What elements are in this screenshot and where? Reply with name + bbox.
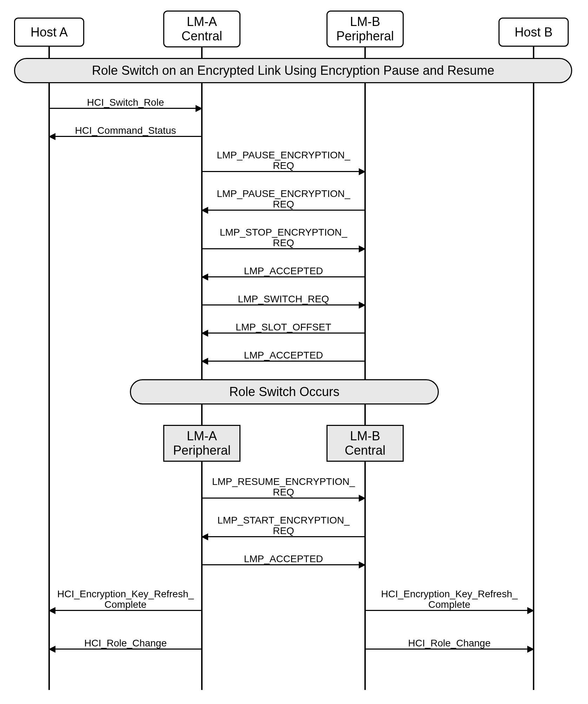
- message-label: HCI_Switch_Role: [49, 97, 202, 107]
- arrow-line: [49, 136, 202, 137]
- message-label: LMP_PAUSE_ENCRYPTION_ REQ: [202, 150, 365, 171]
- arrow-head-icon: [48, 646, 55, 653]
- message-m15: HCI_Role_Change: [49, 638, 202, 650]
- arrow-line: [202, 333, 365, 334]
- message-label: LMP_ACCEPTED: [202, 554, 365, 564]
- arrow-head-icon: [359, 495, 366, 502]
- arrow-head-icon: [359, 561, 366, 568]
- phase-title: Role Switch on an Encrypted Link Using E…: [14, 58, 572, 83]
- message-m13: HCI_Encryption_Key_Refresh_ Complete: [49, 589, 202, 611]
- arrow-head-icon: [201, 358, 208, 365]
- arrow-line: [202, 498, 365, 499]
- arrow-line: [202, 248, 365, 249]
- message-m10: LMP_RESUME_ENCRYPTION_ REQ: [202, 477, 365, 499]
- message-label: LMP_START_ENCRYPTION_ REQ: [202, 515, 365, 536]
- arrow-line: [202, 564, 365, 565]
- actor-host-b: Host B: [498, 18, 569, 47]
- arrow-head-icon: [359, 168, 366, 175]
- message-label: HCI_Role_Change: [365, 638, 534, 648]
- message-m6: LMP_ACCEPTED: [202, 265, 365, 277]
- message-m12: LMP_ACCEPTED: [202, 553, 365, 565]
- message-label: HCI_Encryption_Key_Refresh_ Complete: [365, 589, 534, 610]
- sequence-diagram: Host A LM-A Central LM-B Peripheral Host…: [7, 7, 581, 697]
- message-label: LMP_SWITCH_REQ: [202, 294, 365, 304]
- message-label: LMP_RESUME_ENCRYPTION_ REQ: [202, 476, 365, 497]
- message-m14: HCI_Encryption_Key_Refresh_ Complete: [365, 589, 534, 611]
- message-m11: LMP_START_ENCRYPTION_ REQ: [202, 515, 365, 537]
- message-label: HCI_Command_Status: [49, 125, 202, 136]
- arrow-line: [49, 649, 202, 650]
- message-m8: LMP_SLOT_OFFSET: [202, 322, 365, 334]
- message-m1: HCI_Switch_Role: [49, 97, 202, 109]
- message-m3: LMP_PAUSE_ENCRYPTION_ REQ: [202, 150, 365, 172]
- arrow-line: [202, 171, 365, 172]
- arrow-head-icon: [201, 274, 208, 281]
- arrow-head-icon: [48, 133, 55, 140]
- arrow-head-icon: [48, 607, 55, 614]
- message-label: HCI_Encryption_Key_Refresh_ Complete: [49, 589, 202, 610]
- message-m5: LMP_STOP_ENCRYPTION_ REQ: [202, 228, 365, 249]
- arrow-line: [202, 536, 365, 537]
- arrow-head-icon: [527, 646, 534, 653]
- arrow-line: [202, 276, 365, 277]
- arrow-line: [202, 361, 365, 362]
- message-m7: LMP_SWITCH_REQ: [202, 294, 365, 305]
- role-lm-b-central: LM-B Central: [326, 425, 404, 462]
- message-label: LMP_SLOT_OFFSET: [202, 322, 365, 332]
- actor-lm-a: LM-A Central: [163, 11, 240, 47]
- message-label: LMP_STOP_ENCRYPTION_ REQ: [202, 227, 365, 248]
- arrow-head-icon: [359, 302, 366, 309]
- message-m4: LMP_PAUSE_ENCRYPTION_ REQ: [202, 189, 365, 211]
- arrow-head-icon: [527, 607, 534, 614]
- arrow-head-icon: [201, 533, 208, 540]
- arrow-line: [202, 210, 365, 211]
- arrow-line: [49, 108, 202, 109]
- arrow-line: [365, 610, 534, 611]
- arrow-head-icon: [359, 245, 366, 252]
- arrow-line: [365, 649, 534, 650]
- message-label: HCI_Role_Change: [49, 638, 202, 648]
- arrow-head-icon: [196, 105, 203, 112]
- message-m2: HCI_Command_Status: [49, 125, 202, 137]
- arrow-head-icon: [201, 207, 208, 214]
- arrow-head-icon: [201, 330, 208, 337]
- message-label: LMP_ACCEPTED: [202, 350, 365, 360]
- role-lm-a-peripheral: LM-A Peripheral: [163, 425, 240, 462]
- message-label: LMP_PAUSE_ENCRYPTION_ REQ: [202, 189, 365, 209]
- message-m9: LMP_ACCEPTED: [202, 350, 365, 362]
- arrow-line: [49, 610, 202, 611]
- message-label: LMP_ACCEPTED: [202, 266, 365, 276]
- message-m16: HCI_Role_Change: [365, 638, 534, 650]
- arrow-line: [202, 304, 365, 305]
- phase-role-switch: Role Switch Occurs: [130, 379, 439, 404]
- actor-lm-b: LM-B Peripheral: [326, 11, 404, 47]
- actor-host-a: Host A: [14, 18, 84, 47]
